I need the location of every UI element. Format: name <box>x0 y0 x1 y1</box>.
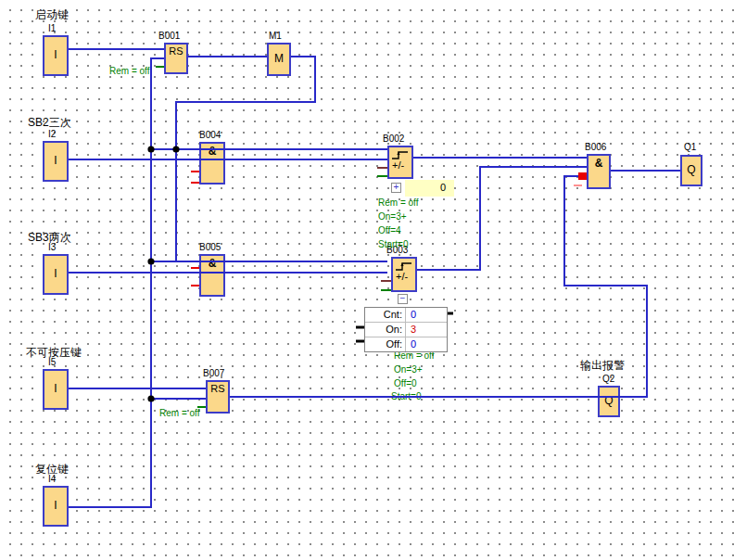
param-value: 3 <box>406 323 447 337</box>
wire-b003-to-b006[interactable] <box>417 167 587 270</box>
junction-dot <box>147 146 154 152</box>
param-label: Cnt: <box>365 308 406 322</box>
wire-b007-to-q2-b006[interactable] <box>230 176 647 397</box>
junction-dot <box>147 258 154 264</box>
junction-dot <box>147 395 154 401</box>
junction-dot <box>172 146 179 152</box>
param-value: 0 <box>406 308 447 322</box>
param-label: On: <box>365 323 406 337</box>
wire-reset-vertical[interactable] <box>69 58 164 507</box>
wire-m1-feedback[interactable] <box>176 57 315 149</box>
collapse-button[interactable]: − <box>398 294 408 304</box>
fbd-canvas: 启动键SB2三次SB3两次不可按压键输出报警复位键I1B001M1I2B004B… <box>0 0 734 560</box>
param-label: Off: <box>365 337 406 351</box>
counter-param-table: Cnt:0On:3Off:0 <box>364 307 448 352</box>
param-value: 0 <box>406 337 447 351</box>
param-row: Cnt:0 <box>365 308 447 323</box>
param-row: On:3 <box>365 323 447 337</box>
negated-input-marker <box>578 172 587 180</box>
wiring-overlay <box>0 0 734 560</box>
param-row: Off:0 <box>365 337 447 351</box>
expand-button[interactable]: + <box>391 183 401 193</box>
